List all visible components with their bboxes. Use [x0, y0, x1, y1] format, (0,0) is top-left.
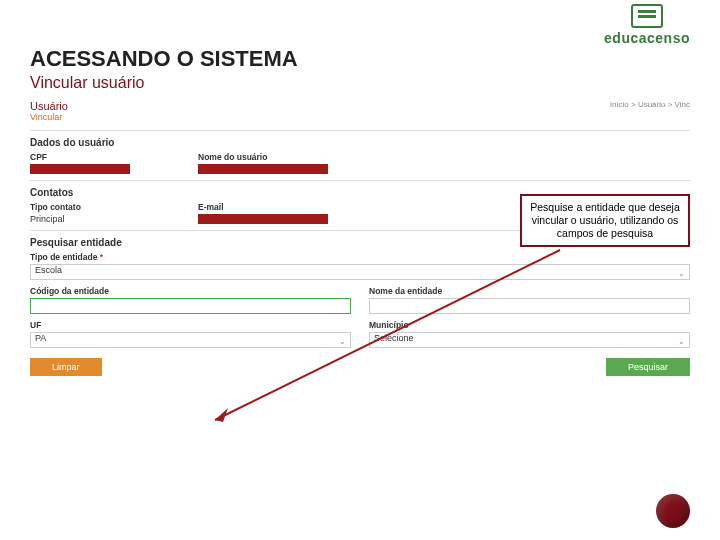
tipo-contato-value: Principal	[30, 214, 65, 224]
slide-page-indicator	[656, 494, 690, 528]
uf-select[interactable]: PA ⌄	[30, 332, 351, 348]
tipo-contato-label: Tipo contato	[30, 202, 180, 212]
tipo-entidade-value: Escola	[35, 265, 62, 275]
cpf-value-redacted	[30, 164, 130, 174]
uf-label: UF	[30, 320, 351, 330]
codigo-entidade-input[interactable]	[30, 298, 351, 314]
chevron-down-icon: ⌄	[339, 337, 346, 346]
uf-value: PA	[35, 333, 46, 343]
page-title: ACESSANDO O SISTEMA	[30, 46, 690, 72]
codigo-entidade-label: Código da entidade	[30, 286, 351, 296]
chevron-down-icon: ⌄	[678, 337, 685, 346]
brand-icon	[631, 4, 663, 28]
nome-entidade-label: Nome da entidade	[369, 286, 690, 296]
breadcrumb: Início > Usuário > Vinc	[610, 100, 690, 109]
svg-marker-1	[215, 408, 228, 422]
callout-box: Pesquise a entidade que deseja vincular …	[520, 194, 690, 247]
nome-entidade-input[interactable]	[369, 298, 690, 314]
email-value-redacted	[198, 214, 328, 224]
tipo-entidade-select[interactable]: Escola ⌄	[30, 264, 690, 280]
brand-logo: educacenso	[604, 4, 690, 46]
cpf-label: CPF	[30, 152, 180, 162]
panel-subtitle: Vincular	[30, 112, 690, 122]
page-subtitle: Vincular usuário	[30, 74, 690, 92]
nome-usuario-value-redacted	[198, 164, 328, 174]
tipo-entidade-label: Tipo de entidade *	[30, 252, 690, 262]
nome-usuario-label: Nome do usuário	[198, 152, 690, 162]
municipio-label: Município	[369, 320, 690, 330]
section-dados-heading: Dados do usuário	[30, 137, 690, 148]
municipio-select[interactable]: Selecione ⌄	[369, 332, 690, 348]
municipio-value: Selecione	[374, 333, 414, 343]
panel-title: Usuário	[30, 100, 690, 112]
pesquisar-button[interactable]: Pesquisar	[606, 358, 690, 376]
chevron-down-icon: ⌄	[678, 269, 685, 278]
limpar-button[interactable]: Limpar	[30, 358, 102, 376]
brand-name: educacenso	[604, 30, 690, 46]
